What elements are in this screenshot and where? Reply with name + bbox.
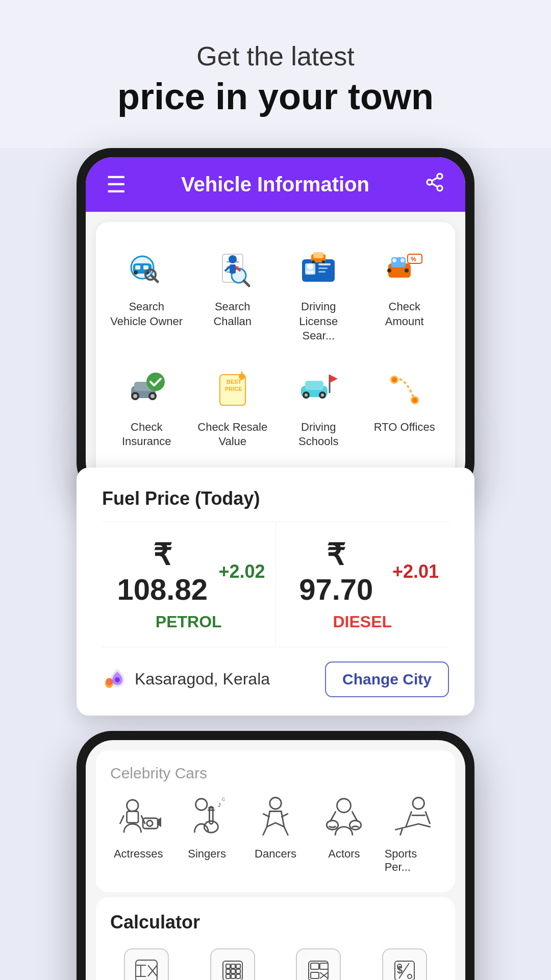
diesel-price-item: ₹ 97.70 +2.01 DIESEL: [276, 522, 449, 647]
svg-line-3: [432, 184, 437, 187]
svg-point-1: [427, 180, 432, 185]
fuel-location-row: Kasaragod, Kerala Change City: [102, 662, 449, 697]
celebrity-item-sports-persons[interactable]: Sports Per...: [381, 791, 445, 878]
svg-rect-102: [236, 964, 240, 968]
grid-item-check-insurance[interactable]: Check Insurance: [106, 358, 187, 458]
sports-persons-label: Sports Per...: [385, 847, 441, 874]
calc-item-gst[interactable]: GST Calculator: [278, 944, 359, 980]
diesel-label: DIESEL: [286, 612, 439, 631]
calc-item-fuel[interactable]: $ Fuel Ex...: [364, 944, 445, 980]
actresses-label: Actresses: [114, 847, 163, 861]
svg-rect-31: [313, 252, 323, 258]
change-city-button[interactable]: Change City: [325, 662, 449, 697]
svg-rect-103: [226, 969, 230, 973]
svg-point-45: [133, 394, 137, 398]
diesel-change: +2.01: [392, 561, 439, 582]
fuel-prices-row: ₹ 108.82 +2.02 PETROL ₹ 97.70 +2.01 DIES…: [102, 522, 449, 647]
svg-point-69: [127, 800, 139, 812]
grid-item-check-amount[interactable]: % Check Amount: [364, 237, 445, 353]
petrol-change: +2.02: [218, 561, 265, 582]
svg-text:BEST: BEST: [227, 379, 242, 385]
grid-item-driving-schools[interactable]: Driving Schools: [278, 358, 359, 458]
hero-subtitle: Get the latest: [20, 41, 531, 71]
actors-label: Actors: [328, 847, 360, 861]
svg-rect-26: [306, 271, 314, 274]
svg-line-84: [263, 827, 267, 836]
grid-row-1: Search Vehicle Owner: [106, 237, 445, 353]
svg-point-64: [392, 377, 397, 382]
driving-license-label: Driving License Sear...: [282, 300, 355, 344]
loan-calc-icon: [124, 948, 169, 980]
svg-rect-93: [136, 960, 157, 980]
celebrity-item-actors[interactable]: Actors: [312, 791, 376, 878]
svg-rect-27: [318, 263, 331, 265]
svg-point-36: [392, 258, 396, 262]
svg-marker-74: [158, 818, 161, 826]
svg-rect-110: [311, 963, 319, 969]
calc-item-emi[interactable]: EMI Calculator: [192, 944, 273, 980]
svg-point-9: [134, 271, 138, 275]
petrol-amount-row: ₹ 108.82 +2.02: [112, 537, 265, 606]
phone-frame: ☰ Vehicle Information: [77, 148, 474, 498]
svg-point-37: [400, 258, 405, 262]
check-amount-label: Check Amount: [368, 300, 441, 329]
grid-item-rto-offices[interactable]: RTO Offices: [364, 358, 445, 458]
share-icon[interactable]: [424, 172, 445, 197]
svg-line-4: [432, 178, 437, 181]
search-challan-label: Search Challan: [196, 300, 269, 329]
svg-point-88: [337, 799, 351, 813]
svg-rect-104: [231, 969, 235, 973]
celebrity-item-dancers[interactable]: Dancers: [243, 791, 308, 878]
svg-point-47: [151, 394, 155, 398]
search-vehicle-owner-label: Search Vehicle Owner: [110, 300, 183, 329]
hamburger-icon[interactable]: ☰: [106, 172, 126, 198]
svg-point-76: [195, 799, 207, 811]
svg-rect-29: [318, 271, 325, 273]
svg-line-85: [284, 827, 288, 836]
svg-point-59: [321, 394, 324, 397]
check-insurance-icon: [123, 367, 169, 413]
petrol-label: PETROL: [112, 612, 265, 631]
grid-item-driving-license[interactable]: Driving License Sear...: [278, 237, 359, 353]
svg-point-68: [115, 677, 120, 682]
svg-line-18: [244, 281, 249, 286]
svg-point-25: [307, 263, 313, 270]
svg-rect-101: [231, 964, 235, 968]
grid-item-check-resale-value[interactable]: BEST PRICE Check Resale Value: [192, 358, 273, 458]
fuel-location-left: Kasaragod, Kerala: [102, 665, 270, 694]
petrol-price-item: ₹ 108.82 +2.02 PETROL: [102, 522, 276, 647]
svg-point-39: [405, 268, 409, 273]
app-title: Vehicle Information: [181, 173, 369, 196]
dancers-icon: [253, 795, 298, 841]
celebrity-section: Celebrity Cars: [96, 750, 455, 892]
actors-icon: [321, 795, 367, 841]
grid-item-search-challan[interactable]: Search Challan: [192, 237, 273, 353]
svg-rect-55: [305, 381, 323, 390]
svg-point-33: [322, 260, 325, 263]
rto-offices-icon: [382, 367, 428, 413]
calc-item-loan[interactable]: Loan Calculator: [106, 944, 187, 980]
svg-point-65: [412, 398, 417, 403]
dancers-label: Dancers: [255, 847, 296, 861]
celebrity-item-singers[interactable]: ♪ ♫ Singers: [174, 791, 239, 878]
diesel-price: ₹ 97.70: [286, 537, 386, 606]
svg-rect-105: [236, 969, 240, 973]
emi-calc-icon: [210, 948, 255, 980]
fuel-calc-icon: $: [382, 948, 427, 980]
search-vehicle-owner-icon: [123, 247, 169, 292]
calc-grid: Loan Calculator: [106, 944, 445, 980]
driving-schools-icon: [295, 367, 341, 413]
check-insurance-label: Check Insurance: [110, 420, 183, 449]
driving-license-icon: [295, 247, 341, 292]
fuel-card-inner: Fuel Price (Today) ₹ 108.82 +2.02 PETROL…: [77, 468, 474, 716]
svg-rect-7: [135, 265, 140, 270]
svg-point-75: [147, 820, 153, 826]
singers-icon: ♪ ♫: [184, 795, 230, 841]
petrol-price: ₹ 108.82: [112, 537, 212, 606]
celebrity-item-actresses[interactable]: Actresses: [106, 791, 170, 878]
grid-item-search-vehicle-owner[interactable]: Search Vehicle Owner: [106, 237, 187, 353]
svg-text:PRICE: PRICE: [225, 386, 242, 392]
hero-section: Get the latest price in your town: [0, 0, 551, 148]
svg-rect-28: [318, 267, 328, 269]
svg-line-71: [120, 815, 124, 824]
